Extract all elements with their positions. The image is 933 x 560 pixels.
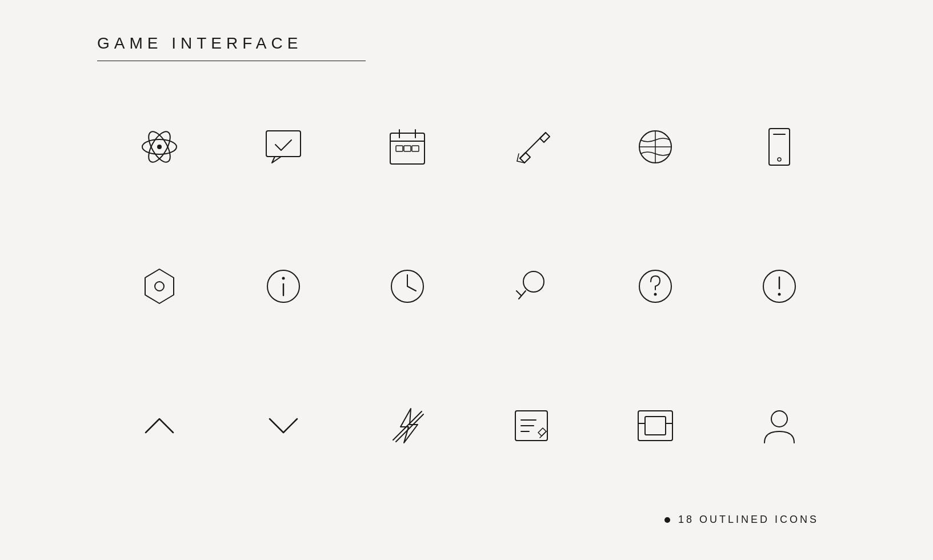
question-circle-icon	[632, 263, 678, 309]
page-title: GAME INTERFACE	[97, 34, 842, 53]
svg-point-33	[523, 271, 544, 292]
pencil-icon-cell	[470, 95, 594, 198]
user-icon	[756, 403, 802, 449]
edit-list-icon	[508, 403, 554, 449]
svg-point-37	[654, 293, 657, 296]
calendar-icon	[385, 124, 430, 170]
svg-marker-15	[540, 133, 550, 142]
chat-check-icon-cell	[221, 95, 345, 198]
svg-marker-25	[145, 269, 174, 303]
tablet-icon-cell	[718, 95, 842, 198]
clock-icon	[385, 263, 430, 309]
search-icon	[508, 263, 554, 309]
svg-rect-11	[412, 146, 419, 151]
svg-point-26	[155, 282, 164, 291]
svg-line-18	[517, 154, 519, 161]
chevron-up-icon	[137, 403, 182, 449]
tablet-icon	[756, 124, 802, 170]
chevron-up-icon-cell	[97, 374, 221, 477]
atom-icon-cell	[97, 95, 221, 198]
svg-rect-49	[645, 417, 666, 435]
calendar-icon-cell	[345, 95, 469, 198]
svg-line-35	[516, 291, 521, 295]
svg-point-40	[778, 293, 781, 296]
flash-off-icon-cell	[345, 374, 469, 477]
search-mirror-icon-cell	[470, 235, 594, 338]
svg-point-29	[282, 277, 285, 280]
svg-point-52	[771, 411, 787, 427]
alert-circle-icon	[756, 263, 802, 309]
pencil-icon	[508, 124, 554, 170]
svg-rect-4	[266, 131, 301, 157]
question-circle-icon-cell	[594, 235, 718, 338]
svg-point-3	[157, 145, 162, 149]
svg-rect-48	[638, 411, 672, 441]
hexagon-settings-icon-cell	[97, 235, 221, 338]
user-icon-cell	[718, 374, 842, 477]
info-circle-icon	[261, 263, 306, 309]
svg-point-24	[778, 158, 781, 161]
chat-check-icon	[261, 124, 306, 170]
page-container: GAME INTERFACE	[0, 0, 933, 560]
edit-list-icon-cell	[470, 374, 594, 477]
info-circle-icon-cell	[221, 235, 345, 338]
hexagon-settings-icon	[137, 263, 182, 309]
chevron-down-icon	[261, 403, 306, 449]
layout-icon-cell	[594, 374, 718, 477]
footer-text: 18 OUTLINED ICONS	[678, 514, 819, 526]
atom-icon	[137, 124, 182, 170]
title-underline	[97, 61, 366, 61]
icons-grid	[97, 95, 842, 514]
footer-bullet	[664, 517, 670, 523]
svg-rect-10	[404, 146, 411, 151]
layout-icon	[632, 403, 678, 449]
chevron-down-icon-cell	[221, 374, 345, 477]
svg-line-47	[540, 431, 546, 438]
footer-section: 18 OUTLINED ICONS	[97, 514, 842, 537]
globe-icon-cell	[594, 95, 718, 198]
clock-icon-cell	[345, 235, 469, 338]
svg-rect-9	[396, 146, 403, 151]
globe-icon	[632, 124, 678, 170]
svg-marker-16	[520, 153, 530, 163]
flash-off-icon	[385, 403, 430, 449]
svg-rect-5	[390, 133, 425, 164]
alert-circle-icon-cell	[718, 235, 842, 338]
header-section: GAME INTERFACE	[97, 34, 842, 61]
svg-line-32	[407, 286, 416, 291]
